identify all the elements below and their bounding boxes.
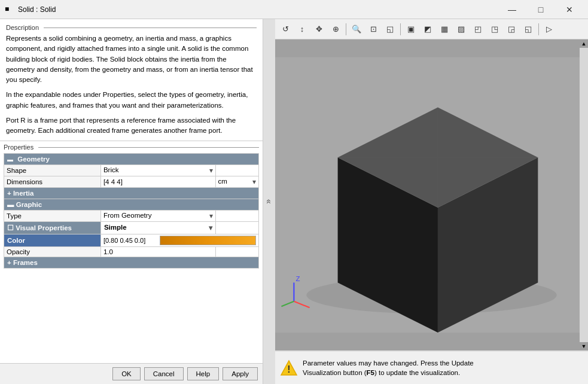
- inertia-header-row[interactable]: + Inertia: [4, 188, 259, 199]
- inertia-header: + Inertia: [4, 188, 259, 199]
- frames-header-row[interactable]: + Frames: [4, 257, 259, 269]
- toolbar-view4-button[interactable]: ▦: [437, 22, 452, 37]
- left-panel: Description Represents a solid combining…: [0, 19, 263, 384]
- opacity-label: Opacity: [4, 247, 101, 257]
- ok-button[interactable]: OK: [112, 367, 141, 380]
- toolbar-cursor-button[interactable]: ↕: [294, 22, 310, 37]
- opacity-row: Opacity 1.0: [4, 247, 259, 257]
- geometry-expand-icon: ▬: [7, 156, 13, 163]
- window-controls: — □ ✕: [498, 0, 583, 19]
- frames-expand-icon: +: [7, 259, 11, 266]
- color-value-cell[interactable]: [0.80 0.45 0.0]: [100, 234, 258, 247]
- toolbar-view3-button[interactable]: ◩: [420, 22, 435, 37]
- toolbar-view6-button[interactable]: ◰: [470, 22, 486, 37]
- type-unit: [215, 211, 258, 222]
- toolbar-view2-button[interactable]: ▣: [403, 22, 419, 37]
- help-button[interactable]: Help: [187, 367, 220, 380]
- color-display: [0.80 0.45 0.0]: [103, 236, 256, 245]
- frames-header: + Frames: [4, 257, 259, 269]
- desc-para-3: Port R is a frame port that represents a…: [6, 115, 257, 136]
- scroll-up-button[interactable]: ▲: [580, 39, 588, 48]
- scroll-down-button[interactable]: ▼: [580, 342, 588, 351]
- shape-unit: [215, 165, 258, 176]
- dimensions-value[interactable]: [4 4 4]: [100, 176, 215, 188]
- color-text-value: [0.80 0.45 0.0]: [103, 237, 157, 244]
- svg-text:Z: Z: [296, 275, 300, 282]
- svg-text:!: !: [287, 364, 290, 374]
- dimensions-row: Dimensions [4 4 4] cm ▾: [4, 176, 259, 188]
- toolbar-view9-button[interactable]: ◱: [520, 22, 536, 37]
- shape-label: Shape: [4, 165, 101, 176]
- toolbar-play-button[interactable]: ▷: [541, 22, 557, 37]
- dimensions-unit[interactable]: cm ▾: [215, 176, 258, 188]
- visual-props-value[interactable]: Simple ▾: [100, 222, 215, 234]
- toolbar-orbit-button[interactable]: ⊕: [328, 22, 343, 37]
- shape-value[interactable]: Brick ▾: [100, 165, 215, 176]
- minimize-button[interactable]: —: [498, 0, 526, 19]
- toolbar: ↺ ↕ ✥ ⊕ 🔍 ⊡ ◱ ▣ ◩ ▦ ▨ ◰ ◳ ◲ ◱ ▷: [275, 19, 588, 39]
- opacity-unit: [215, 247, 258, 257]
- shape-dropdown-arrow[interactable]: ▾: [209, 166, 213, 175]
- inertia-expand-icon: +: [7, 190, 11, 197]
- main-container: Description Represents a solid combining…: [0, 19, 588, 384]
- right-panel: ↺ ↕ ✥ ⊕ 🔍 ⊡ ◱ ▣ ◩ ▦ ▨ ◰ ◳ ◲ ◱ ▷: [275, 19, 588, 384]
- color-label: Color: [4, 234, 101, 247]
- graphic-header-row[interactable]: ▬ Graphic: [4, 199, 259, 211]
- collapse-panel-button[interactable]: «: [263, 19, 275, 384]
- type-dropdown-arrow[interactable]: ▾: [209, 212, 213, 220]
- geometry-header: ▬ Geometry: [4, 154, 259, 165]
- geometry-header-row[interactable]: ▬ Geometry: [4, 154, 259, 165]
- close-button[interactable]: ✕: [556, 0, 583, 19]
- toolbar-sep-1: [346, 23, 346, 35]
- visual-props-label: ☐ Visual Properties: [4, 222, 101, 234]
- graphic-expand-icon: ▬: [7, 201, 14, 208]
- viewport-scrollbar[interactable]: ▲ ▼: [580, 39, 588, 351]
- visual-props-row: ☐ Visual Properties Simple ▾: [4, 222, 259, 234]
- toolbar-sep-3: [538, 23, 539, 35]
- window-title: Solid : Solid: [18, 5, 498, 14]
- toolbar-sep-2: [400, 23, 401, 35]
- toolbar-view7-button[interactable]: ◳: [487, 22, 502, 37]
- toolbar-view1-button[interactable]: ◱: [382, 22, 398, 37]
- apply-button[interactable]: Apply: [223, 367, 258, 380]
- color-row[interactable]: Color [0.80 0.45 0.0]: [4, 234, 259, 247]
- toolbar-undo-button[interactable]: ↺: [278, 22, 293, 37]
- dimensions-label: Dimensions: [4, 176, 101, 188]
- warning-icon: !: [280, 359, 298, 376]
- viewport[interactable]: Z ▲ ▼: [275, 39, 588, 351]
- properties-section: Properties ▬ Geometry Shape Brick ▾: [0, 141, 263, 363]
- toolbar-view8-button[interactable]: ◲: [504, 22, 519, 37]
- cancel-button[interactable]: Cancel: [144, 367, 184, 380]
- toolbar-view5-button[interactable]: ▨: [453, 22, 469, 37]
- description-label: Description: [6, 24, 257, 31]
- type-value[interactable]: From Geometry ▾: [100, 211, 215, 222]
- visual-props-dropdown-arrow[interactable]: ▾: [209, 224, 212, 232]
- description-section: Description Represents a solid combining…: [0, 19, 263, 141]
- dimensions-dropdown-arrow[interactable]: ▾: [252, 178, 256, 186]
- toolbar-zoom-button[interactable]: 🔍: [349, 22, 364, 37]
- 3d-view-svg: Z: [275, 39, 588, 351]
- titlebar: ■ Solid : Solid — □ ✕: [0, 0, 588, 19]
- maximize-button[interactable]: □: [527, 0, 555, 19]
- window-icon: ■: [5, 5, 14, 14]
- shape-row: Shape Brick ▾: [4, 165, 259, 176]
- type-label: Type: [4, 211, 101, 222]
- toolbar-pan-button[interactable]: ✥: [311, 22, 327, 37]
- desc-para-1: Represents a solid combining a geometry,…: [6, 33, 257, 85]
- graphic-header: ▬ Graphic: [4, 199, 259, 211]
- visual-props-unit: [215, 222, 258, 234]
- properties-table: ▬ Geometry Shape Brick ▾ Dimensions [4 4…: [4, 153, 259, 269]
- scroll-track: [580, 48, 588, 342]
- description-text: Represents a solid combining a geometry,…: [6, 33, 257, 136]
- opacity-value[interactable]: 1.0: [100, 247, 215, 257]
- type-row: Type From Geometry ▾: [4, 211, 259, 222]
- properties-label: Properties: [4, 144, 259, 151]
- toolbar-fit-button[interactable]: ⊡: [365, 22, 381, 37]
- desc-para-2: In the expandable nodes under Properties…: [6, 90, 257, 111]
- notification-bar: ! Parameter values may have changed. Pre…: [275, 351, 588, 384]
- color-swatch: [160, 236, 256, 245]
- bottom-bar: OK Cancel Help Apply: [0, 363, 263, 384]
- notification-text: Parameter values may have changed. Press…: [303, 358, 474, 377]
